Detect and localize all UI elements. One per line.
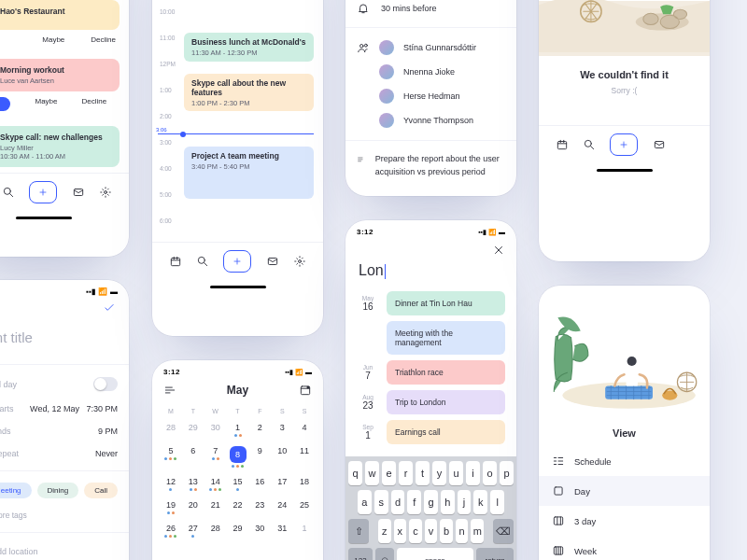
- calendar-icon[interactable]: [169, 255, 182, 268]
- event-sub: Luce van Aartsen: [0, 77, 64, 85]
- key-j[interactable]: j: [458, 490, 472, 514]
- key-i[interactable]: i: [466, 461, 480, 485]
- event-title-input[interactable]: Event title: [0, 324, 129, 358]
- repeat-row[interactable]: RepeatNever: [0, 442, 129, 465]
- key-l[interactable]: l: [490, 490, 504, 514]
- search-icon[interactable]: [196, 255, 209, 268]
- keyboard[interactable]: qwertyuiop asdfghjkl ⇧zxcvbnm⌫ 123☺space…: [345, 456, 516, 560]
- tag-dining[interactable]: Dining: [37, 483, 79, 498]
- location-row[interactable]: Add location: [0, 539, 129, 560]
- event-lunch: Business lunch at McDonald's11:30 AM - 1…: [184, 33, 314, 62]
- tag-meeting[interactable]: Meeting: [0, 483, 32, 498]
- illustration-picnic: [539, 304, 710, 416]
- key-r[interactable]: r: [399, 461, 413, 485]
- search-result[interactable]: Meeting with the management: [345, 318, 516, 357]
- key-c[interactable]: c: [409, 519, 422, 543]
- key-o[interactable]: o: [483, 461, 497, 485]
- key-t[interactable]: t: [416, 461, 430, 485]
- editor-header: [0, 298, 129, 324]
- allday-toggle[interactable]: [93, 377, 118, 391]
- key-z[interactable]: z: [378, 519, 391, 543]
- view-option-3-day[interactable]: 3 day: [539, 506, 710, 536]
- event-workout[interactable]: Morning workout Luce van Aartsen: [0, 59, 120, 91]
- attendee-row[interactable]: Herse Hedman: [345, 84, 516, 108]
- settings-icon[interactable]: [293, 255, 306, 268]
- search-result[interactable]: Aug23Trip to London: [345, 387, 516, 417]
- home-indicator: [16, 217, 72, 219]
- attendee-row[interactable]: Stína Gunnarsdóttir: [345, 35, 516, 60]
- view-option-week[interactable]: Week: [539, 536, 710, 560]
- add-button[interactable]: [610, 133, 638, 156]
- key-u[interactable]: u: [449, 461, 463, 485]
- svg-point-2: [105, 191, 107, 194]
- svg-rect-24: [555, 487, 562, 495]
- statusbar: 3:12▪▪▮ 📶 ▬: [152, 360, 323, 378]
- key-v[interactable]: v: [425, 519, 438, 543]
- rsvp-accept[interactable]: Accept: [0, 97, 10, 111]
- mail-icon[interactable]: [266, 255, 279, 268]
- rsvp-maybe[interactable]: Maybe: [42, 35, 64, 44]
- search-icon[interactable]: [2, 186, 15, 199]
- svg-rect-18: [655, 142, 663, 148]
- key-e[interactable]: e: [382, 461, 396, 485]
- reminder-row[interactable]: 30 mins before: [345, 0, 516, 21]
- attendee-row[interactable]: Nnenna Jioke: [345, 60, 516, 84]
- statusbar: 3:12▪▪▮ 📶 ▬: [345, 220, 516, 238]
- add-button[interactable]: [223, 250, 251, 273]
- search-icon[interactable]: [583, 138, 596, 151]
- more-tags[interactable]: More tags: [0, 504, 129, 526]
- key-x[interactable]: x: [394, 519, 407, 543]
- key-y[interactable]: y: [432, 461, 446, 485]
- home-indicator: [210, 286, 266, 288]
- key-s[interactable]: s: [374, 490, 388, 514]
- search-result[interactable]: Jun7Triathlon race: [345, 357, 516, 387]
- allday-label: All day: [0, 380, 17, 389]
- rsvp-decline[interactable]: Decline: [81, 97, 106, 111]
- month-grid[interactable]: 2829301234567891011121314151617181920212…: [152, 418, 323, 542]
- add-button[interactable]: [29, 181, 57, 203]
- ends-row[interactable]: Ends9 PM: [0, 420, 129, 442]
- key-w[interactable]: w: [365, 461, 379, 485]
- check-icon[interactable]: [103, 301, 116, 315]
- bottom-nav: [539, 125, 710, 165]
- key-d[interactable]: d: [391, 490, 405, 514]
- event-restaurant[interactable]: Hao's Restaurant: [0, 0, 120, 30]
- settings-icon[interactable]: [99, 186, 112, 199]
- event-project: Project A team meeting3:40 PM - 5:40 PM: [184, 147, 314, 199]
- view-option-day[interactable]: Day: [539, 476, 710, 506]
- rsvp-maybe[interactable]: Maybe: [35, 97, 57, 111]
- card-view-picker: View ScheduleDay3 dayWeekMonth: [539, 286, 710, 560]
- mail-icon[interactable]: [72, 186, 85, 199]
- today-icon[interactable]: [299, 384, 312, 397]
- menu-icon[interactable]: [163, 384, 176, 397]
- search-result[interactable]: Sep1Earnings call: [345, 417, 516, 447]
- month-header: May: [152, 378, 323, 402]
- now-line: 3:06: [158, 133, 314, 134]
- key-a[interactable]: a: [358, 490, 372, 514]
- key-f[interactable]: f: [407, 490, 421, 514]
- card-invitations: Hao's Restaurant Maybe Decline Morning w…: [0, 0, 129, 257]
- search-input[interactable]: Lon: [345, 262, 516, 288]
- attendee-row[interactable]: Yvonne Thompson: [345, 108, 516, 133]
- view-icon: [552, 514, 565, 527]
- search-result[interactable]: May16Dinner at Tin Lon Hau: [345, 288, 516, 318]
- key-h[interactable]: h: [441, 490, 455, 514]
- key-q[interactable]: q: [348, 461, 362, 485]
- event-skype[interactable]: Skype call: new challenges Lucy Miller10…: [0, 126, 120, 167]
- key-m[interactable]: m: [471, 519, 484, 543]
- space-key: space: [397, 548, 473, 560]
- starts-row[interactable]: StartsWed, 12 May 7:30 PM: [0, 398, 129, 420]
- rsvp-decline[interactable]: Decline: [91, 35, 116, 44]
- key-k[interactable]: k: [473, 490, 487, 514]
- key-p[interactable]: p: [500, 461, 514, 485]
- close-icon[interactable]: [492, 244, 505, 257]
- tag-call[interactable]: Call: [84, 483, 118, 498]
- key-b[interactable]: b: [440, 519, 453, 543]
- view-option-schedule[interactable]: Schedule: [539, 446, 710, 476]
- key-g[interactable]: g: [424, 490, 438, 514]
- key-n[interactable]: n: [456, 519, 469, 543]
- svg-point-17: [585, 140, 591, 147]
- calendar-icon[interactable]: [556, 138, 569, 151]
- timeline[interactable]: 10:0011:0012PM1:002:003:004:005:006:00 B…: [152, 0, 323, 242]
- mail-icon[interactable]: [653, 138, 666, 151]
